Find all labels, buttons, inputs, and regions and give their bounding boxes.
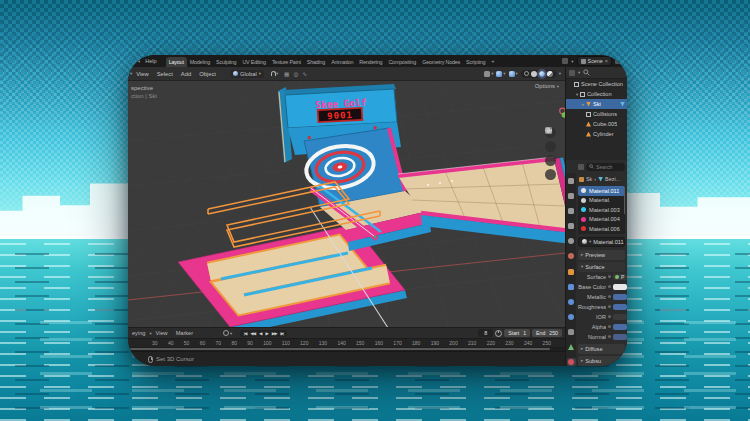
slot-list-scrollbar[interactable] bbox=[624, 188, 626, 214]
properties-tab[interactable] bbox=[567, 192, 576, 200]
animate-decorator[interactable] bbox=[608, 335, 611, 338]
animate-decorator[interactable] bbox=[608, 325, 611, 328]
pan-tool-button[interactable] bbox=[545, 141, 556, 152]
playback-button[interactable]: ▶▶ bbox=[270, 330, 278, 337]
animate-decorator[interactable] bbox=[608, 305, 611, 308]
outliner-row[interactable]: Cylinder bbox=[566, 129, 627, 139]
frame-end-field[interactable]: End 250 bbox=[532, 329, 562, 337]
material-slot[interactable]: Material.011 bbox=[578, 186, 625, 196]
properties-tab[interactable] bbox=[567, 298, 576, 306]
workspace-tab[interactable]: Compositing bbox=[385, 57, 419, 67]
snap-dropdown-icon[interactable]: ▾ bbox=[276, 71, 278, 76]
workspace-tab[interactable]: Geometry Nodes bbox=[419, 57, 463, 67]
outliner-search-icon[interactable] bbox=[583, 69, 590, 76]
properties-tab[interactable] bbox=[567, 267, 576, 275]
shading-dropdown-icon[interactable]: ▾ bbox=[559, 71, 561, 76]
material-slot[interactable]: Material.004 bbox=[578, 215, 625, 225]
workspace-tab[interactable]: Modeling bbox=[187, 57, 213, 67]
properties-tab[interactable] bbox=[567, 177, 576, 185]
help-menu[interactable]: Help bbox=[140, 58, 162, 64]
properties-tab[interactable] bbox=[567, 252, 576, 260]
add-workspace-button[interactable]: + bbox=[488, 58, 497, 64]
breadcrumb-object[interactable]: Sk bbox=[586, 176, 592, 182]
preview-panel-header[interactable]: ▸ Preview bbox=[578, 250, 625, 260]
playback-button[interactable]: ▶ bbox=[264, 330, 269, 337]
shading-rendered-button[interactable] bbox=[547, 71, 553, 77]
breadcrumb-data[interactable]: Bezi... bbox=[605, 176, 620, 182]
overlays-toggle[interactable]: ▾ bbox=[496, 71, 505, 77]
xray-toggle[interactable]: ▾ bbox=[509, 71, 518, 77]
property-widget[interactable] bbox=[613, 334, 627, 340]
animate-decorator[interactable] bbox=[608, 315, 611, 318]
diffuse-panel-header[interactable]: ▸ Diffuse bbox=[578, 344, 625, 354]
shading-solid-button[interactable] bbox=[531, 71, 537, 77]
animate-decorator[interactable] bbox=[608, 285, 611, 288]
scene-unlink-icon[interactable]: × bbox=[605, 58, 608, 64]
3d-viewport[interactable]: Skee Golf 9001 bbox=[128, 81, 565, 327]
outliner-display-mode-icon[interactable] bbox=[569, 70, 575, 76]
timeline-view-menu[interactable]: View bbox=[152, 330, 172, 336]
outliner-row[interactable]: Collisions bbox=[566, 109, 627, 119]
shading-material-button[interactable] bbox=[539, 71, 545, 77]
playback-button[interactable]: ◀◀ bbox=[249, 330, 257, 337]
transform-orientation-dropdown[interactable]: Global ▾ bbox=[230, 70, 264, 78]
options-dropdown[interactable]: Options ▾ bbox=[535, 83, 559, 89]
animate-decorator[interactable] bbox=[608, 295, 611, 298]
workspace-tab[interactable]: Scripting bbox=[463, 57, 488, 67]
properties-tab[interactable] bbox=[567, 343, 576, 351]
outliner-row[interactable]: Scene Collection bbox=[566, 79, 627, 89]
ortho-toggle-button[interactable] bbox=[545, 169, 556, 180]
timeline-ruler[interactable]: 3040506070809010011012013014015016017018… bbox=[128, 338, 565, 347]
playback-button[interactable]: |◀ bbox=[242, 330, 248, 337]
scrollbar-thumb[interactable] bbox=[130, 348, 550, 350]
workspace-tab[interactable]: Sculpting bbox=[213, 57, 239, 67]
properties-tab[interactable] bbox=[567, 358, 576, 366]
workspace-tab[interactable]: Texture Paint bbox=[269, 57, 304, 67]
expand-icon[interactable]: ▸ bbox=[580, 102, 586, 107]
property-widget[interactable] bbox=[613, 324, 627, 330]
auto-keyframe-toggle[interactable]: ▾ bbox=[223, 330, 232, 336]
properties-editor-icon[interactable] bbox=[578, 164, 584, 170]
outliner-row[interactable]: ▾ Collection bbox=[566, 89, 627, 99]
properties-tab[interactable] bbox=[567, 222, 576, 230]
property-widget[interactable] bbox=[613, 314, 627, 320]
material-id-field[interactable]: ▾ Material.011 bbox=[578, 237, 625, 247]
outliner-row[interactable]: Cube.005 bbox=[566, 119, 627, 129]
timecode-icon[interactable] bbox=[495, 330, 502, 337]
object-menu[interactable]: Object bbox=[195, 71, 220, 77]
property-widget[interactable] bbox=[613, 294, 627, 300]
scene-selector[interactable]: Scene × bbox=[577, 56, 612, 66]
playback-button[interactable]: ▶| bbox=[279, 330, 285, 337]
surface-panel-header[interactable]: ▾ Surface bbox=[578, 262, 625, 272]
add-menu[interactable]: Add bbox=[177, 71, 195, 77]
workspace-tab[interactable]: UV Editing bbox=[239, 57, 268, 67]
playback-button[interactable]: ◀ bbox=[258, 330, 263, 337]
select-menu[interactable]: Select bbox=[153, 71, 177, 77]
properties-search[interactable]: Search bbox=[586, 163, 625, 171]
proportional-edit-icons[interactable]: ▦◎∿ bbox=[284, 71, 307, 77]
shading-wireframe-button[interactable] bbox=[524, 71, 529, 76]
view-menu[interactable]: View bbox=[132, 71, 152, 77]
workspace-tab[interactable]: Shading bbox=[304, 57, 328, 67]
properties-tab[interactable] bbox=[567, 283, 576, 291]
frame-start-field[interactable]: Start 1 bbox=[504, 329, 530, 337]
workspace-tab[interactable]: Animation bbox=[328, 57, 356, 67]
material-slot[interactable]: Material.003 bbox=[578, 205, 625, 215]
property-widget[interactable] bbox=[613, 284, 627, 290]
current-frame-field[interactable]: 8 bbox=[478, 329, 493, 337]
gizmo-toggle[interactable]: ▾ bbox=[484, 71, 493, 77]
scene-browse-icon[interactable] bbox=[562, 58, 568, 64]
keying-menu-fragment[interactable]: eying bbox=[128, 330, 149, 336]
property-widget[interactable]: P bbox=[613, 274, 627, 280]
animate-decorator[interactable] bbox=[608, 275, 611, 278]
scene-dropdown-icon[interactable]: ▾ bbox=[571, 59, 573, 64]
timeline-marker-menu[interactable]: Marker bbox=[172, 330, 197, 336]
outliner-row[interactable]: ▸ Ski bbox=[566, 99, 627, 109]
properties-tab[interactable] bbox=[567, 237, 576, 245]
timeline-scrollbar[interactable] bbox=[128, 347, 565, 351]
material-slot[interactable]: Material. bbox=[578, 196, 625, 206]
material-slot[interactable]: Material.006 bbox=[578, 224, 625, 234]
properties-tab[interactable] bbox=[567, 328, 576, 336]
camera-view-button[interactable] bbox=[545, 155, 556, 166]
workspace-tab[interactable]: Layout bbox=[166, 57, 187, 67]
